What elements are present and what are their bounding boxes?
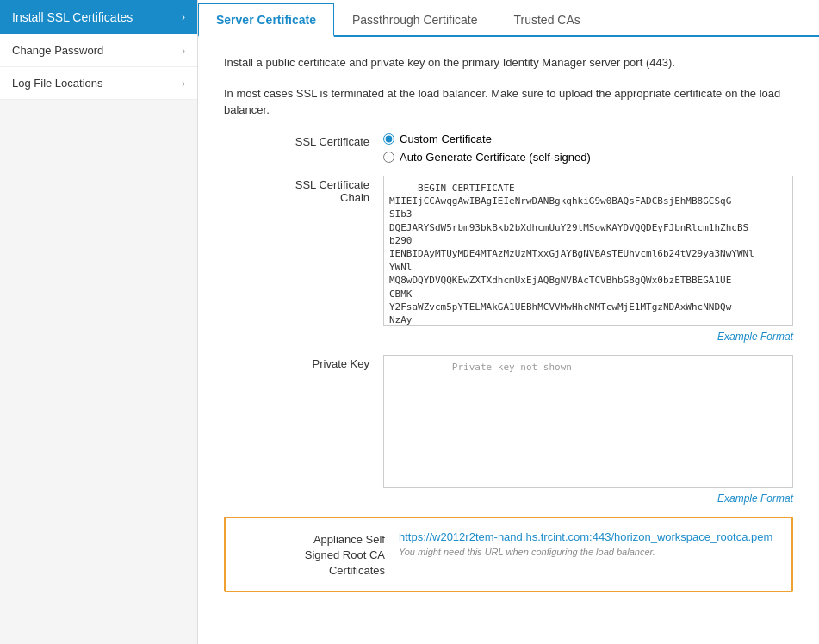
ssl-cert-chain-textarea[interactable]: -----BEGIN CERTIFICATE----- MIIEIjCCAwqg…	[383, 176, 793, 326]
radio-custom-certificate[interactable]: Custom Certificate	[383, 133, 793, 146]
example-format-link-chain[interactable]: Example Format	[383, 331, 793, 343]
tab-bar: Server Certificate Passthrough Certifica…	[198, 0, 819, 37]
ssl-certificate-row: SSL Certificate Custom Certificate Auto …	[224, 133, 793, 164]
intro-line1: Install a public certificate and private…	[224, 54, 793, 71]
main-panel: Server Certificate Passthrough Certifica…	[198, 0, 819, 644]
radio-auto-gen-label: Auto Generate Certificate (self-signed)	[400, 151, 591, 164]
private-key-field: ---------- Private key not shown -------…	[383, 355, 793, 505]
chevron-right-icon: ›	[182, 77, 185, 90]
sidebar-item-log-file-locations[interactable]: Log File Locations ›	[0, 67, 197, 100]
tab-trusted-cas[interactable]: Trusted CAs	[495, 3, 598, 37]
chevron-right-icon: ›	[182, 45, 185, 57]
ssl-cert-chain-field: -----BEGIN CERTIFICATE----- MIIEIjCCAwqg…	[383, 176, 793, 343]
appliance-label: Appliance SelfSigned Root CACertificates	[239, 530, 399, 579]
sidebar: Install SSL Certificates › Change Passwo…	[0, 0, 198, 644]
intro-line2: In most cases SSL is terminated at the l…	[224, 85, 793, 119]
radio-auto-generate[interactable]: Auto Generate Certificate (self-signed)	[383, 151, 793, 164]
ssl-certificate-options: Custom Certificate Auto Generate Certifi…	[383, 133, 793, 164]
private-key-label: Private Key	[224, 355, 383, 370]
example-format-link-key[interactable]: Example Format	[383, 492, 793, 505]
tab-server-certificate[interactable]: Server Certificate	[198, 3, 334, 37]
tab-passthrough-certificate[interactable]: Passthrough Certificate	[334, 3, 496, 37]
sidebar-item-change-password[interactable]: Change Password ›	[0, 34, 197, 67]
appliance-hint: You might need this URL when configuring…	[399, 547, 778, 557]
radio-auto-gen-input[interactable]	[383, 152, 394, 163]
chevron-right-icon: ›	[182, 11, 185, 23]
radio-custom-cert-input[interactable]	[383, 133, 394, 145]
ssl-cert-chain-row: SSL CertificateChain -----BEGIN CERTIFIC…	[224, 176, 793, 343]
appliance-self-signed-box: Appliance SelfSigned Root CACertificates…	[224, 517, 793, 593]
appliance-content: https://w2012r2tem-nand.hs.trcint.com:44…	[399, 530, 778, 557]
content-area: Install a public certificate and private…	[198, 37, 819, 644]
ssl-certificate-label: SSL Certificate	[224, 133, 383, 148]
sidebar-item-log-file-locations-label: Log File Locations	[12, 77, 103, 90]
private-key-row: Private Key ---------- Private key not s…	[224, 355, 793, 505]
ssl-cert-chain-label: SSL CertificateChain	[224, 176, 383, 204]
sidebar-item-change-password-label: Change Password	[12, 44, 103, 57]
private-key-textarea[interactable]: ---------- Private key not shown -------…	[383, 355, 793, 488]
sidebar-item-install-ssl[interactable]: Install SSL Certificates ›	[0, 0, 197, 34]
sidebar-item-install-ssl-label: Install SSL Certificates	[12, 10, 133, 24]
appliance-url-link[interactable]: https://w2012r2tem-nand.hs.trcint.com:44…	[399, 530, 772, 543]
radio-custom-cert-label: Custom Certificate	[400, 133, 492, 146]
